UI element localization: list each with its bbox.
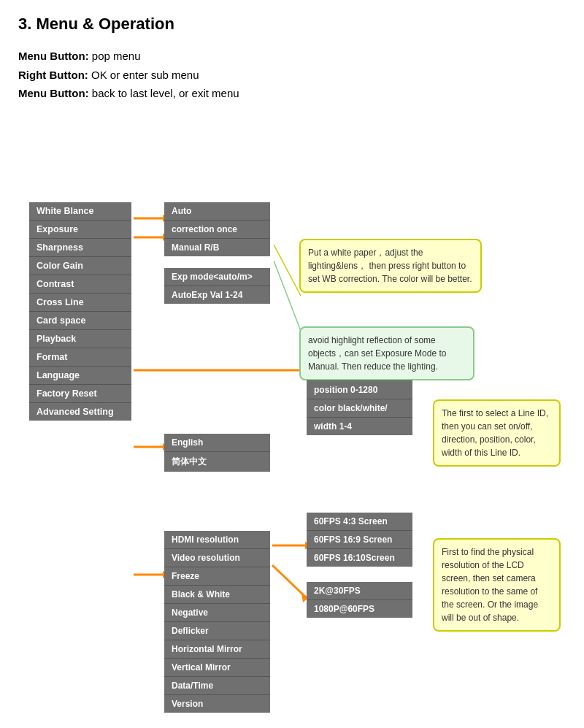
autoexp-val[interactable]: AutoExp Val 1-24 — [164, 286, 270, 304]
lang-chinese[interactable]: 简体中文 — [164, 452, 270, 472]
menu-item-card-space[interactable]: Card space — [29, 312, 131, 330]
width[interactable]: width 1-4 — [307, 418, 412, 435]
videores-submenu: 2K@30FPS 1080P@60FPS — [307, 582, 412, 618]
menu-item-sharpness[interactable]: Sharpness — [29, 239, 131, 257]
color[interactable]: color black/white/ — [307, 399, 412, 418]
menu-item-color-gain[interactable]: Color Gain — [29, 257, 131, 275]
menu-item-language[interactable]: Language — [29, 367, 131, 385]
wb-submenu: Auto correction once Manual R/B — [164, 202, 270, 256]
menu-item-playback[interactable]: Playback — [29, 330, 131, 348]
page-title: 3. Menu & Operation — [18, 15, 566, 34]
wb-correction[interactable]: correction once — [164, 221, 270, 239]
advanced-submenu: HDMI resolution Video resolution Freeze … — [164, 531, 270, 713]
svg-line-12 — [272, 565, 305, 597]
menu-item-white-blance[interactable]: White Blance — [29, 202, 131, 221]
menu-item-advanced-setting[interactable]: Advanced Setting — [29, 403, 131, 421]
callout-crossline: The first to select a Line ID, then you … — [433, 399, 561, 467]
svg-line-14 — [274, 245, 301, 296]
vertical-mirror[interactable]: Vertical Mirror — [164, 659, 270, 677]
menu-item-factory-reset[interactable]: Factory Reset — [29, 385, 131, 403]
data-time[interactable]: Data/Time — [164, 677, 270, 695]
exposure-submenu: Exp mode<auto/m> AutoExp Val 1-24 — [164, 268, 270, 304]
hdmi-resolution[interactable]: HDMI resolution — [164, 531, 270, 549]
fps-43[interactable]: 60FPS 4:3 Screen — [307, 513, 412, 531]
freeze[interactable]: Freeze — [164, 567, 270, 586]
res-2k[interactable]: 2K@30FPS — [307, 582, 412, 600]
deflicker[interactable]: Deflicker — [164, 622, 270, 640]
menu-item-exposure[interactable]: Exposure — [29, 221, 131, 239]
instructions: Menu Button: pop menu Right Button: OK o… — [18, 47, 566, 103]
menu-item-contrast[interactable]: Contrast — [29, 275, 131, 294]
wb-manual[interactable]: Manual R/B — [164, 239, 270, 256]
fps-submenu: 60FPS 4:3 Screen 60FPS 16:9 Screen 60FPS… — [307, 513, 412, 567]
res-1080p[interactable]: 1080P@60FPS — [307, 600, 412, 618]
instruction-1-label: Menu Button: — [18, 50, 89, 62]
callout-wb: Put a white paper，adjust the lighting&le… — [299, 239, 482, 293]
exp-mode[interactable]: Exp mode<auto/m> — [164, 268, 270, 286]
wb-auto[interactable]: Auto — [164, 202, 270, 221]
main-menu: White Blance Exposure Sharpness Color Ga… — [29, 202, 131, 421]
horizontal-mirror[interactable]: Horizontal Mirror — [164, 640, 270, 659]
negative[interactable]: Negative — [164, 604, 270, 622]
version[interactable]: Version — [164, 695, 270, 713]
instruction-2-label: Right Button: — [18, 69, 88, 81]
callout-exposure: avoid highlight reflection of some objec… — [299, 326, 474, 380]
lang-english[interactable]: English — [164, 434, 270, 452]
menu-item-cross-line[interactable]: Cross Line — [29, 294, 131, 312]
instruction-3-label: Menu Button: — [18, 87, 89, 99]
menu-item-format[interactable]: Format — [29, 348, 131, 367]
position[interactable]: position 0-1280 — [307, 381, 412, 399]
fps-169[interactable]: 60FPS 16:9 Screen — [307, 531, 412, 549]
video-resolution[interactable]: Video resolution — [164, 549, 270, 567]
language-submenu: English 简体中文 — [164, 434, 270, 472]
black-white[interactable]: Black & White — [164, 586, 270, 604]
fps-1610[interactable]: 60FPS 16:10Screen — [307, 549, 412, 567]
callout-advanced: First to find the physical resolution of… — [433, 538, 561, 632]
